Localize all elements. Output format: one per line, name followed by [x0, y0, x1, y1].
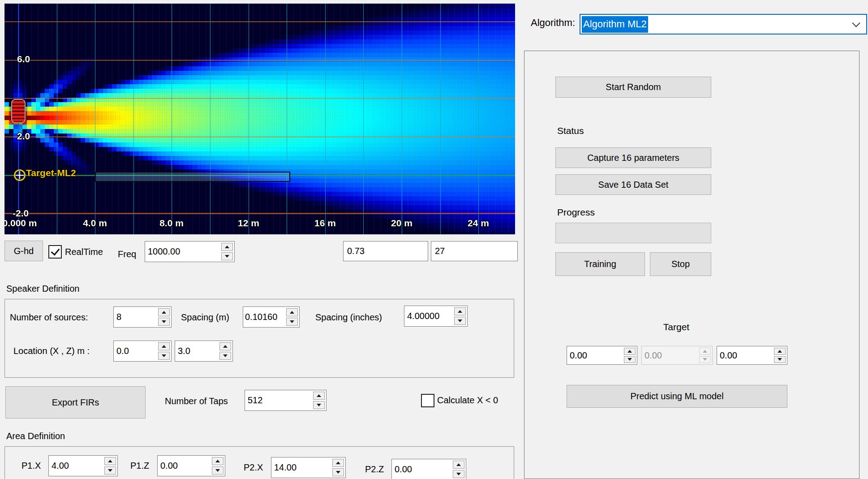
- algorithm-label: Algorithm:: [531, 17, 575, 29]
- taps-value[interactable]: 512: [245, 390, 312, 410]
- freq-value[interactable]: 1000.00: [145, 242, 220, 262]
- up-arrow-icon: [162, 345, 166, 348]
- spin-down-button[interactable]: [158, 352, 170, 360]
- p1z-spinner[interactable]: 0.00: [157, 455, 225, 476]
- sources-spinner[interactable]: 8: [113, 306, 172, 328]
- location-z-value[interactable]: 3.0: [175, 341, 218, 361]
- spin-up-button[interactable]: [774, 348, 786, 355]
- target-y-spin-buttons: [698, 346, 712, 364]
- sources-label: Number of sources:: [10, 312, 88, 323]
- down-arrow-icon: [336, 471, 340, 474]
- p2x-value[interactable]: 14.00: [271, 457, 331, 478]
- algorithm-selected-value: Algorithm ML2: [582, 16, 648, 33]
- predict-ml-button[interactable]: Predict using ML model: [567, 385, 787, 408]
- target-x-value[interactable]: 0.00: [567, 346, 623, 364]
- spin-down-button[interactable]: [158, 318, 170, 326]
- p1x-value[interactable]: 4.00: [49, 456, 103, 476]
- location-x-spinner[interactable]: 0.0: [113, 341, 172, 362]
- spacing-m-label: Spacing (m): [181, 312, 229, 323]
- sources-value[interactable]: 8: [114, 307, 157, 327]
- down-arrow-icon: [456, 473, 461, 475]
- param2-field[interactable]: 27: [431, 241, 518, 261]
- up-arrow-icon: [627, 350, 632, 353]
- target-x-spinner[interactable]: 0.00: [567, 346, 637, 365]
- spin-down-button[interactable]: [624, 356, 636, 363]
- realtime-checkbox[interactable]: [48, 245, 62, 259]
- spin-up-button[interactable]: [332, 459, 344, 467]
- target-z-spinner[interactable]: 0.00: [717, 346, 787, 365]
- spin-down-button[interactable]: [332, 468, 344, 476]
- freq-spinner[interactable]: 1000.00: [145, 241, 235, 262]
- spin-up-button[interactable]: [158, 308, 170, 316]
- taps-label: Number of Taps: [165, 396, 228, 406]
- selection-rectangle[interactable]: [95, 172, 290, 182]
- spin-up-button[interactable]: [454, 307, 466, 315]
- freq-spin-buttons: [220, 242, 234, 262]
- save-dataset-button[interactable]: Save 16 Data Set: [555, 174, 711, 195]
- spacing-m-value[interactable]: 0.10160: [243, 307, 285, 327]
- algorithm-combobox[interactable]: Algorithm ML2: [580, 14, 867, 35]
- target-z-value[interactable]: 0.00: [717, 346, 773, 364]
- spin-up-button[interactable]: [624, 348, 636, 355]
- target-x-spin-buttons: [623, 346, 637, 364]
- up-arrow-icon: [223, 345, 228, 348]
- spacing-m-spinner[interactable]: 0.10160: [243, 306, 300, 328]
- spacing-in-spin-buttons: [453, 306, 467, 326]
- spin-down-button[interactable]: [313, 401, 325, 409]
- start-random-button[interactable]: Start Random: [555, 77, 711, 98]
- spin-up-button[interactable]: [221, 243, 233, 251]
- area-definition-title: Area Definition: [6, 431, 65, 441]
- location-label: Location (X , Z) m :: [13, 346, 90, 356]
- target-marker-icon[interactable]: [14, 169, 26, 181]
- spin-up-button[interactable]: [104, 457, 116, 465]
- p1z-value[interactable]: 0.00: [158, 456, 211, 476]
- spin-down-button[interactable]: [453, 470, 464, 478]
- spin-down-button[interactable]: [774, 356, 786, 363]
- spin-up-button[interactable]: [212, 457, 223, 465]
- spin-down-button[interactable]: [454, 317, 466, 325]
- capture-parameters-button[interactable]: Capture 16 parameters: [555, 147, 711, 168]
- up-arrow-icon: [162, 311, 166, 314]
- location-x-spin-buttons: [157, 341, 171, 361]
- location-z-spinner[interactable]: 3.0: [175, 341, 233, 362]
- spacing-in-value[interactable]: 4.00000: [404, 306, 453, 326]
- spin-down-button[interactable]: [219, 352, 231, 360]
- p2x-spin-buttons: [331, 457, 345, 478]
- spin-up-button[interactable]: [453, 461, 464, 469]
- p2z-value[interactable]: 0.00: [392, 459, 451, 479]
- y-axis-label-6: 6.0: [17, 54, 30, 65]
- spin-down-button[interactable]: [286, 318, 298, 326]
- spacing-in-spinner[interactable]: 4.00000: [404, 306, 468, 327]
- p1x-spinner[interactable]: 4.00: [48, 455, 118, 476]
- y-axis-label-neg2: -2.0: [13, 208, 29, 219]
- x-axis-label-20: 20 m: [391, 218, 413, 229]
- stop-button[interactable]: Stop: [650, 252, 711, 276]
- down-arrow-icon: [223, 354, 228, 357]
- up-arrow-icon: [225, 246, 229, 248]
- spin-up-button: [699, 348, 711, 355]
- location-x-value[interactable]: 0.0: [114, 341, 157, 361]
- spin-up-button[interactable]: [313, 392, 325, 400]
- ghd-button[interactable]: G-hd: [4, 241, 43, 261]
- spin-down-button[interactable]: [104, 466, 116, 475]
- spin-down-button[interactable]: [212, 466, 223, 475]
- spacing-m-spin-buttons: [285, 307, 299, 327]
- training-button[interactable]: Training: [555, 252, 645, 276]
- sound-field-canvas[interactable]: [4, 4, 515, 234]
- p2z-spinner[interactable]: 0.00: [391, 459, 466, 479]
- spin-up-button[interactable]: [158, 342, 170, 350]
- down-arrow-icon: [108, 469, 112, 472]
- spin-up-button[interactable]: [219, 342, 231, 350]
- calculate-x-checkbox[interactable]: [421, 394, 434, 407]
- spin-down-button[interactable]: [221, 252, 233, 260]
- chevron-down-icon[interactable]: [852, 19, 860, 27]
- target-y-value: 0.00: [642, 346, 698, 364]
- up-arrow-icon: [456, 463, 461, 466]
- spin-up-button[interactable]: [286, 308, 298, 316]
- p2x-spinner[interactable]: 14.00: [271, 457, 346, 478]
- param1-field[interactable]: 0.73: [343, 241, 428, 261]
- location-z-spin-buttons: [218, 341, 232, 361]
- export-firs-button[interactable]: Export FIRs: [5, 386, 146, 419]
- taps-spinner[interactable]: 512: [245, 390, 327, 411]
- speaker-array-icon[interactable]: [11, 99, 26, 123]
